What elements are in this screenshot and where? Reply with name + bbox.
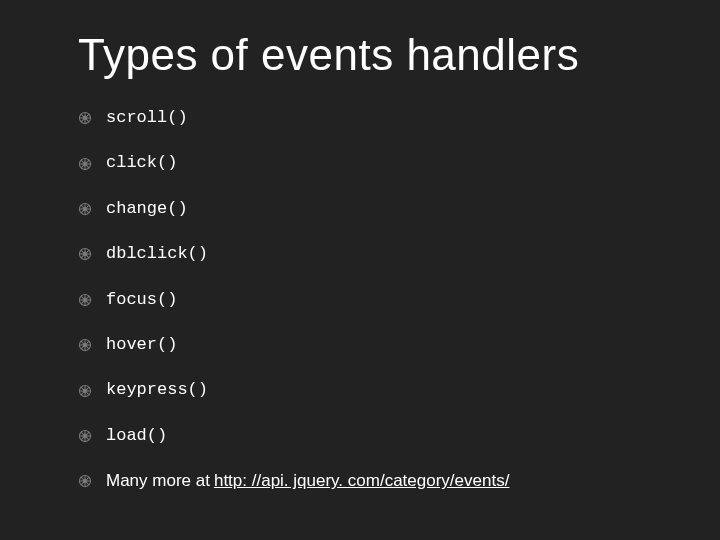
svg-line-27: [81, 205, 84, 208]
svg-point-31: [83, 253, 87, 257]
svg-line-73: [86, 437, 89, 440]
spoked-wheel-icon: [78, 384, 92, 398]
svg-line-25: [81, 210, 84, 213]
more-link[interactable]: http: //api. jquery. com/category/events…: [214, 471, 509, 490]
list-item: dblclick(): [78, 244, 660, 264]
svg-line-7: [81, 114, 84, 117]
svg-point-51: [83, 343, 87, 347]
svg-point-21: [83, 207, 87, 211]
spoked-wheel-icon: [78, 474, 92, 488]
svg-line-89: [86, 477, 89, 480]
spoked-wheel-icon: [78, 338, 92, 352]
more-text: Many more athttp: //api. jquery. com/cat…: [106, 471, 509, 491]
svg-line-13: [86, 165, 89, 168]
svg-line-47: [81, 296, 84, 299]
svg-line-3: [86, 119, 89, 122]
svg-line-55: [81, 346, 84, 349]
svg-line-37: [81, 250, 84, 253]
slide: Types of events handlers scroll()click()…: [0, 0, 720, 540]
list-item-label: keypress(): [106, 380, 208, 400]
list-item-label: load(): [106, 426, 167, 446]
list-item: hover(): [78, 335, 660, 355]
list-item-label: click(): [106, 153, 177, 173]
spoked-wheel-icon: [78, 429, 92, 443]
list-item-label: dblclick(): [106, 244, 208, 264]
svg-line-15: [81, 165, 84, 168]
svg-line-49: [86, 296, 89, 299]
svg-line-85: [81, 483, 84, 486]
svg-line-5: [81, 119, 84, 122]
svg-line-57: [81, 341, 84, 344]
list-item: scroll(): [78, 108, 660, 128]
svg-line-9: [86, 114, 89, 117]
list-item: change(): [78, 199, 660, 219]
svg-line-33: [86, 256, 89, 259]
list-item-label: hover(): [106, 335, 177, 355]
list-item: click(): [78, 153, 660, 173]
svg-point-11: [83, 162, 87, 166]
list-item-more: Many more athttp: //api. jquery. com/cat…: [78, 471, 660, 491]
slide-title: Types of events handlers: [78, 30, 660, 80]
svg-point-81: [83, 480, 87, 484]
list-item: keypress(): [78, 380, 660, 400]
spoked-wheel-icon: [78, 157, 92, 171]
svg-line-17: [81, 160, 84, 163]
svg-line-87: [81, 477, 84, 480]
svg-line-67: [81, 387, 84, 390]
svg-line-39: [86, 250, 89, 253]
svg-point-71: [83, 434, 87, 438]
svg-line-23: [86, 210, 89, 213]
svg-line-35: [81, 256, 84, 259]
svg-line-43: [86, 301, 89, 304]
svg-line-29: [86, 205, 89, 208]
svg-line-79: [86, 432, 89, 435]
svg-line-19: [86, 160, 89, 163]
svg-line-77: [81, 432, 84, 435]
more-prefix: Many more at: [106, 471, 210, 490]
spoked-wheel-icon: [78, 202, 92, 216]
svg-line-65: [81, 392, 84, 395]
spoked-wheel-icon: [78, 247, 92, 261]
spoked-wheel-icon: [78, 293, 92, 307]
svg-line-83: [86, 483, 89, 486]
svg-line-59: [86, 341, 89, 344]
svg-line-53: [86, 346, 89, 349]
svg-line-63: [86, 392, 89, 395]
svg-line-45: [81, 301, 84, 304]
event-list: scroll()click()change()dblclick()focus()…: [78, 108, 660, 492]
list-item-label: scroll(): [106, 108, 188, 128]
list-item-label: change(): [106, 199, 188, 219]
svg-point-1: [83, 116, 87, 120]
svg-line-69: [86, 387, 89, 390]
list-item: load(): [78, 426, 660, 446]
svg-point-61: [83, 389, 87, 393]
svg-line-75: [81, 437, 84, 440]
svg-point-41: [83, 298, 87, 302]
list-item: focus(): [78, 290, 660, 310]
list-item-label: focus(): [106, 290, 177, 310]
spoked-wheel-icon: [78, 111, 92, 125]
